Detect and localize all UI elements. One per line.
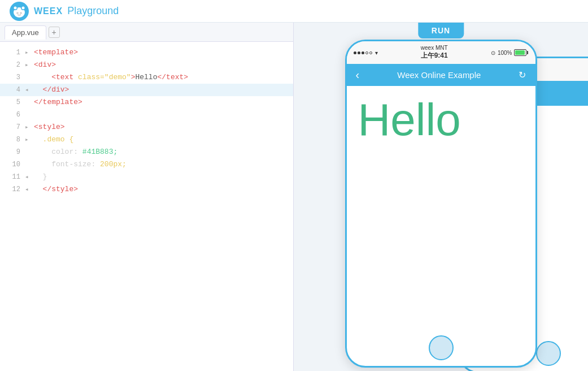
signal-dot bbox=[358, 51, 360, 54]
phone-main: ▾ weex MNT 上午9:41 ⊙ 100% bbox=[345, 40, 537, 368]
add-tab-button[interactable]: + bbox=[49, 27, 60, 38]
signal-indicator: ▾ bbox=[354, 50, 378, 56]
code-editor[interactable]: 1 ▸ <template> 2 ▸ <div> 3 <text class="… bbox=[0, 42, 293, 371]
nav-bar: ‹ Weex Online Example ↻ bbox=[347, 64, 535, 86]
status-bar: ▾ weex MNT 上午9:41 ⊙ 100% bbox=[347, 41, 535, 64]
status-center: weex MNT 上午9:41 bbox=[421, 45, 448, 61]
svg-point-5 bbox=[22, 6, 25, 9]
app-vue-tab[interactable]: App.vue bbox=[5, 25, 46, 40]
weex-logo-icon bbox=[9, 1, 29, 21]
code-line: 2 ▸ <div> bbox=[0, 59, 293, 71]
nav-title: Weex Online Example bbox=[397, 70, 481, 80]
code-line: 9 color: #41B883; bbox=[0, 146, 293, 158]
svg-point-4 bbox=[14, 6, 17, 9]
code-line: 8 ▸ .demo { bbox=[0, 133, 293, 146]
svg-point-7 bbox=[20, 12, 22, 14]
header: WEEX Playground bbox=[0, 0, 588, 23]
signal-dot bbox=[369, 51, 372, 54]
code-line: 3 <text class="demo">Hello</text> bbox=[0, 71, 293, 84]
code-line: 5 </template> bbox=[0, 96, 293, 109]
refresh-button[interactable]: ↻ bbox=[519, 70, 526, 80]
phone-back-home-button[interactable] bbox=[536, 341, 561, 366]
code-line: 6 bbox=[0, 109, 293, 121]
svg-point-6 bbox=[16, 12, 19, 14]
code-line: 1 ▸ <template> bbox=[0, 46, 293, 59]
weex-label: WEEX bbox=[34, 6, 63, 16]
signal-dot bbox=[361, 51, 364, 54]
code-line: 7 ▸ <style> bbox=[0, 121, 293, 133]
signal-dot bbox=[354, 51, 356, 54]
hello-text: Hello bbox=[358, 97, 461, 143]
signal-dot bbox=[365, 51, 368, 54]
phone-content: Hello bbox=[347, 86, 535, 154]
battery-icon bbox=[514, 49, 528, 56]
playground-title: Playground bbox=[67, 5, 119, 17]
phone-container: lo ▾ weex bbox=[345, 40, 537, 368]
location-icon: ⊙ bbox=[491, 50, 495, 56]
preview-panel: RUN lo bbox=[294, 23, 588, 371]
code-line: 4 ◂ </div> bbox=[0, 84, 293, 96]
main-layout: App.vue + 1 ▸ <template> 2 ▸ <div> 3 bbox=[0, 23, 588, 371]
run-button[interactable]: RUN bbox=[418, 23, 464, 38]
logo-area: WEEX Playground bbox=[9, 1, 119, 21]
back-button[interactable]: ‹ bbox=[356, 68, 360, 81]
tab-bar: App.vue + bbox=[0, 23, 293, 42]
code-line: 10 font-size: 200px; bbox=[0, 158, 293, 171]
code-line: 11 ◂ } bbox=[0, 171, 293, 183]
code-line: 12 ◂ </style> bbox=[0, 183, 293, 196]
home-button[interactable] bbox=[429, 335, 454, 360]
wifi-icon: ▾ bbox=[375, 50, 378, 56]
status-right: ⊙ 100% bbox=[491, 49, 529, 56]
editor-panel: App.vue + 1 ▸ <template> 2 ▸ <div> 3 bbox=[0, 23, 294, 371]
